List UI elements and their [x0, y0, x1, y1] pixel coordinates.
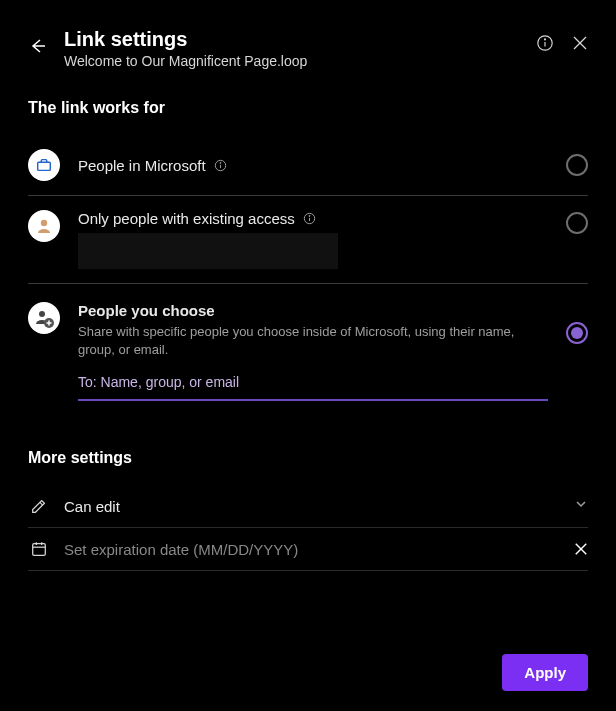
briefcase-icon [28, 149, 60, 181]
back-button[interactable] [28, 28, 48, 64]
option-content: People in Microsoft [78, 157, 548, 174]
info-icon[interactable] [303, 212, 316, 225]
expiration-setting[interactable]: Set expiration date (MM/DD/YYYY) [28, 528, 588, 571]
calendar-icon [28, 540, 50, 558]
info-button[interactable] [536, 34, 554, 52]
close-button[interactable] [572, 35, 588, 51]
recipient-input[interactable] [78, 374, 548, 390]
chevron-down-icon [574, 497, 588, 515]
option-label: Only people with existing access [78, 210, 548, 227]
dialog-footer: Apply [28, 634, 588, 691]
svg-point-13 [39, 311, 45, 317]
to-field [78, 373, 548, 401]
permission-label: Can edit [64, 498, 560, 515]
radio-selected[interactable] [566, 322, 588, 344]
dialog-header: Link settings Welcome to Our Magnificent… [28, 20, 588, 69]
radio-unselected[interactable] [566, 212, 588, 234]
pencil-icon [28, 497, 50, 515]
more-settings-section: More settings Can edit [28, 449, 588, 571]
svg-rect-5 [38, 162, 51, 170]
expiration-placeholder: Set expiration date (MM/DD/YYYY) [64, 541, 560, 558]
clear-expiration-button[interactable] [574, 542, 588, 556]
header-actions [536, 28, 588, 52]
header-titles: Link settings Welcome to Our Magnificent… [64, 28, 520, 69]
link-settings-dialog: Link settings Welcome to Our Magnificent… [0, 0, 616, 711]
arrow-left-icon [28, 36, 48, 56]
info-icon [536, 34, 554, 52]
svg-line-17 [40, 503, 43, 506]
permission-setting[interactable]: Can edit [28, 485, 588, 528]
more-settings-heading: More settings [28, 449, 588, 467]
option-description: Share with specific people you choose in… [78, 323, 548, 359]
dialog-title: Link settings [64, 28, 520, 51]
person-existing-icon [28, 210, 60, 242]
radio-unselected[interactable] [566, 154, 588, 176]
apply-button[interactable]: Apply [502, 654, 588, 691]
svg-rect-18 [33, 544, 46, 556]
dialog-subtitle: Welcome to Our Magnificent Page.loop [64, 53, 520, 69]
svg-point-8 [220, 162, 221, 163]
option-existing-access[interactable]: Only people with existing access [28, 196, 588, 284]
option-content: People you choose Share with specific pe… [78, 302, 548, 401]
svg-point-9 [41, 220, 47, 226]
close-icon [574, 542, 588, 556]
option-label-text: People in Microsoft [78, 157, 206, 174]
option-label: People in Microsoft [78, 157, 548, 174]
option-label-text: Only people with existing access [78, 210, 295, 227]
svg-point-2 [545, 39, 546, 40]
svg-point-12 [309, 215, 310, 216]
option-people-you-choose[interactable]: People you choose Share with specific pe… [28, 284, 588, 401]
option-content: Only people with existing access [78, 210, 548, 269]
info-icon[interactable] [214, 159, 227, 172]
option-label: People you choose [78, 302, 548, 319]
person-add-icon [28, 302, 60, 334]
redacted-area [78, 233, 338, 269]
close-icon [572, 35, 588, 51]
option-people-in-org[interactable]: People in Microsoft [28, 135, 588, 196]
link-works-for-heading: The link works for [28, 99, 588, 117]
